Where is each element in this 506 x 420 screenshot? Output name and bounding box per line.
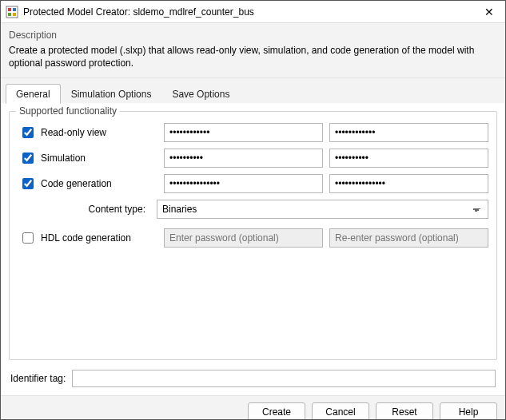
checkbox-hdl-label: HDL code generation xyxy=(41,232,131,244)
cancel-button[interactable]: Cancel xyxy=(312,402,369,420)
tab-save[interactable]: Save Options xyxy=(161,84,240,104)
svg-rect-1 xyxy=(8,8,11,11)
checkbox-hdl[interactable]: HDL code generation xyxy=(19,230,157,246)
help-button[interactable]: Help xyxy=(440,402,497,420)
description-body: Create a protected model (.slxp) that al… xyxy=(9,44,497,69)
checkbox-codegen[interactable]: Code generation xyxy=(19,176,157,192)
svg-rect-4 xyxy=(13,13,16,16)
identifier-label: Identifier tag: xyxy=(10,373,66,384)
create-button[interactable]: Create xyxy=(248,402,305,420)
checkbox-codegen-input[interactable] xyxy=(22,178,34,189)
title-bar: Protected Model Creator: sldemo_mdlref_c… xyxy=(1,1,505,23)
checkbox-hdl-input[interactable] xyxy=(22,232,34,244)
tab-simulation[interactable]: Simulation Options xyxy=(61,84,162,104)
row-hdl: HDL code generation xyxy=(18,228,488,248)
checkbox-readonly-label: Read-only view xyxy=(41,127,106,138)
codegen-password[interactable] xyxy=(164,174,323,193)
group-legend: Supported functionality xyxy=(16,105,120,117)
simulation-password-confirm[interactable] xyxy=(329,149,488,168)
simulation-password[interactable] xyxy=(164,149,323,168)
app-icon xyxy=(6,6,18,18)
window-title: Protected Model Creator: sldemo_mdlref_c… xyxy=(23,6,478,18)
svg-rect-2 xyxy=(13,8,16,11)
description-heading: Description xyxy=(9,30,497,41)
reset-button[interactable]: Reset xyxy=(376,402,433,420)
readonly-password[interactable] xyxy=(164,123,323,142)
button-bar: Create Cancel Reset Help xyxy=(1,395,505,420)
tab-general[interactable]: General xyxy=(6,84,61,104)
content-type-select[interactable]: Binaries xyxy=(157,200,488,219)
row-content-type: Content type: Binaries xyxy=(45,200,488,219)
tabs: General Simulation Options Save Options xyxy=(1,78,505,103)
checkbox-readonly-input[interactable] xyxy=(22,127,34,138)
hdl-password xyxy=(164,228,323,248)
description-panel: Description Create a protected model (.s… xyxy=(1,23,505,78)
identifier-row: Identifier tag: xyxy=(1,367,505,395)
row-codegen: Code generation xyxy=(18,174,488,193)
close-icon[interactable]: ✕ xyxy=(478,6,500,18)
svg-rect-3 xyxy=(8,13,11,16)
readonly-password-confirm[interactable] xyxy=(329,123,488,142)
checkbox-simulation-label: Simulation xyxy=(41,153,86,164)
checkbox-codegen-label: Code generation xyxy=(41,178,112,189)
hdl-password-confirm xyxy=(329,228,488,248)
supported-functionality-group: Supported functionality Read-only view S… xyxy=(9,111,497,360)
identifier-input[interactable] xyxy=(72,370,496,387)
codegen-password-confirm[interactable] xyxy=(329,174,488,193)
checkbox-simulation-input[interactable] xyxy=(22,153,34,164)
row-simulation: Simulation xyxy=(18,149,488,168)
content-type-label: Content type: xyxy=(45,204,149,215)
checkbox-readonly[interactable]: Read-only view xyxy=(19,125,157,141)
row-readonly: Read-only view xyxy=(18,123,488,142)
tab-body-general: Supported functionality Read-only view S… xyxy=(1,103,505,367)
checkbox-simulation[interactable]: Simulation xyxy=(19,150,157,166)
